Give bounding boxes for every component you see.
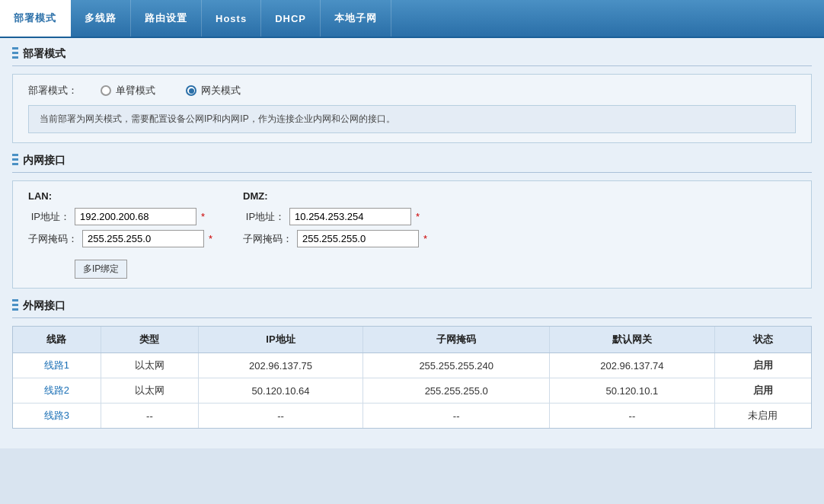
deploy-info-box: 当前部署为网关模式，需要配置设备公网IP和内网IP，作为连接企业内网和公网的接口… (28, 105, 796, 133)
col-status: 状态 (714, 327, 811, 353)
outer-section: 外网接口 线路 类型 IP地址 子网掩码 默认网关 状态 线路1以太网202.9… (12, 299, 812, 429)
lan-ip-input[interactable] (75, 208, 196, 225)
lan-section-decorator (12, 154, 18, 167)
col-gateway: 默认网关 (550, 327, 714, 353)
cell-mask-1: 255.255.255.0 (363, 378, 550, 404)
dmz-ip-row: IP地址： * (243, 208, 427, 225)
deploy-mode-row: 部署模式： 单臂模式 网关模式 (28, 84, 796, 97)
col-line: 线路 (13, 327, 101, 353)
deploy-section: 部署模式 部署模式： 单臂模式 网关模式 当前部署为网关模式，需要配置设 (12, 47, 812, 143)
tab-deploy[interactable]: 部署模式 (0, 0, 71, 37)
cell-type-2: -- (101, 404, 198, 429)
outer-section-title: 外网接口 (23, 299, 65, 313)
radio-single-arm[interactable]: 单臂模式 (101, 84, 155, 97)
cell-status-2: 未启用 (714, 404, 811, 429)
tab-localnet[interactable]: 本地子网 (321, 0, 391, 37)
tab-multiline[interactable]: 多线路 (71, 0, 131, 37)
lan-group: LAN: IP地址： * 子网掩码： * 多IP绑定 (28, 190, 212, 279)
cell-gateway-2: -- (550, 404, 714, 429)
lan-mask-input[interactable] (82, 230, 204, 247)
dmz-mask-row: 子网掩码： * (243, 230, 427, 247)
dmz-mask-label: 子网掩码： (243, 232, 292, 246)
section-decorator (12, 47, 18, 61)
outer-section-header: 外网接口 (12, 299, 812, 313)
cell-ip-2: -- (198, 404, 362, 429)
deploy-card: 部署模式： 单臂模式 网关模式 当前部署为网关模式，需要配置设备公网IP和内网I… (12, 74, 812, 143)
cell-mask-0: 255.255.255.240 (363, 353, 550, 378)
radio-single-arm-circle (101, 85, 111, 96)
table-header-row: 线路 类型 IP地址 子网掩码 默认网关 状态 (13, 327, 811, 353)
dmz-mask-star: * (423, 233, 427, 244)
dmz-ip-label: IP地址： (243, 210, 285, 224)
lan-card: LAN: IP地址： * 子网掩码： * 多IP绑定 (12, 180, 812, 289)
tab-routing[interactable]: 路由设置 (131, 0, 202, 37)
outer-table: 线路 类型 IP地址 子网掩码 默认网关 状态 线路1以太网202.96.137… (13, 327, 811, 428)
cell-type-0: 以太网 (101, 353, 198, 378)
radio-gateway-circle (186, 85, 196, 96)
tab-bar: 部署模式 多线路 路由设置 Hosts DHCP 本地子网 (0, 0, 824, 38)
deploy-divider (12, 65, 812, 66)
outer-section-decorator (12, 299, 18, 313)
dmz-ip-star: * (416, 211, 420, 222)
table-row: 线路1以太网202.96.137.75255.255.255.240202.96… (13, 353, 811, 378)
lan-title: LAN: (28, 190, 212, 202)
lan-divider (12, 172, 812, 173)
cell-gateway-0: 202.96.137.74 (550, 353, 714, 378)
lan-ip-label: IP地址： (28, 210, 70, 224)
main-content: 部署模式 部署模式： 单臂模式 网关模式 当前部署为网关模式，需要配置设 (0, 38, 824, 448)
cell-status-0: 启用 (714, 353, 811, 378)
cell-line-1[interactable]: 线路2 (13, 378, 101, 404)
lan-mask-row: 子网掩码： * (28, 230, 212, 247)
radio-gateway[interactable]: 网关模式 (186, 84, 241, 97)
multi-ip-btn-wrapper: 多IP绑定 (75, 255, 212, 279)
dmz-group: DMZ: IP地址： * 子网掩码： * (243, 190, 427, 247)
cell-ip-0: 202.96.137.75 (198, 353, 362, 378)
cell-mask-2: -- (363, 404, 550, 429)
lan-section-header: 内网接口 (12, 154, 812, 167)
tab-hosts[interactable]: Hosts (202, 0, 261, 37)
dmz-title: DMZ: (243, 190, 427, 202)
lan-mask-label: 子网掩码： (28, 232, 78, 246)
multi-ip-button[interactable]: 多IP绑定 (75, 260, 127, 279)
deploy-mode-label: 部署模式： (28, 84, 78, 97)
lan-dmz-row: LAN: IP地址： * 子网掩码： * 多IP绑定 (28, 190, 796, 279)
tab-dhcp[interactable]: DHCP (261, 0, 321, 37)
cell-line-2[interactable]: 线路3 (13, 404, 101, 429)
dmz-ip-input[interactable] (289, 208, 411, 225)
deploy-section-header: 部署模式 (12, 47, 812, 61)
cell-gateway-1: 50.120.10.1 (550, 378, 714, 404)
lan-mask-star: * (209, 233, 212, 244)
lan-ip-star: * (201, 211, 205, 222)
radio-group: 单臂模式 网关模式 (101, 84, 241, 97)
cell-status-1: 启用 (714, 378, 811, 404)
table-row: 线路3--------未启用 (13, 404, 811, 429)
cell-ip-1: 50.120.10.64 (198, 378, 362, 404)
col-ip: IP地址 (198, 327, 362, 353)
lan-section: 内网接口 LAN: IP地址： * 子网掩码： * (12, 154, 812, 289)
outer-table-wrapper: 线路 类型 IP地址 子网掩码 默认网关 状态 线路1以太网202.96.137… (12, 326, 812, 429)
dmz-mask-input[interactable] (297, 230, 419, 247)
deploy-section-title: 部署模式 (23, 47, 65, 61)
cell-type-1: 以太网 (101, 378, 198, 404)
col-type: 类型 (101, 327, 198, 353)
cell-line-0[interactable]: 线路1 (13, 353, 101, 378)
table-row: 线路2以太网50.120.10.64255.255.255.050.120.10… (13, 378, 811, 404)
lan-ip-row: IP地址： * (28, 208, 212, 225)
col-mask: 子网掩码 (363, 327, 550, 353)
outer-divider (12, 317, 812, 318)
lan-section-title: 内网接口 (23, 154, 65, 167)
